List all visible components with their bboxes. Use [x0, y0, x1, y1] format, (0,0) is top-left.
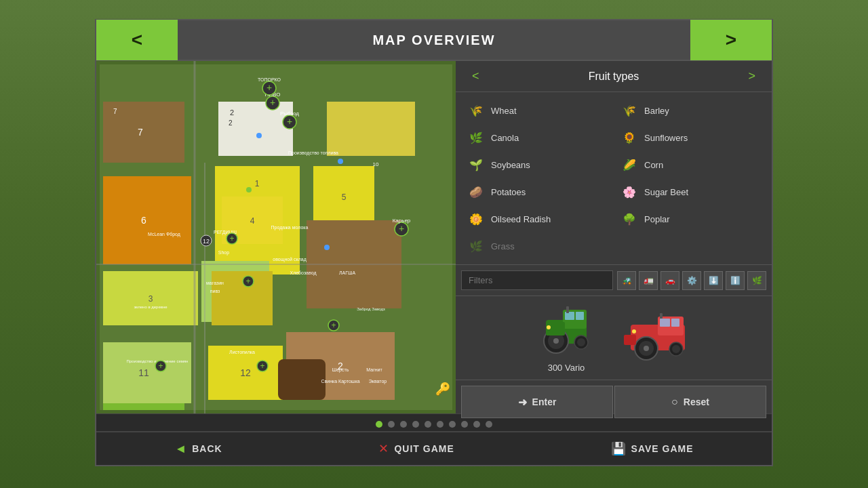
- enter-icon: ➜: [518, 396, 527, 409]
- svg-point-92: [577, 338, 585, 346]
- svg-rect-87: [576, 312, 584, 320]
- svg-text:4: 4: [250, 216, 255, 226]
- svg-text:10: 10: [373, 161, 379, 167]
- dot-7[interactable]: [449, 421, 456, 428]
- bottom-bar: ◄ BACK ✕ QUIT GAME 💾 SAVE GAME: [96, 431, 772, 465]
- fruit-types-title: Fruit types: [589, 70, 639, 83]
- svg-text:+: +: [158, 361, 163, 371]
- fruit-label-canola: Canola: [491, 133, 519, 143]
- svg-rect-7: [327, 102, 415, 156]
- fruit-next-button[interactable]: >: [743, 69, 761, 83]
- barley-icon: 🌾: [620, 101, 639, 120]
- svg-text:Shop: Shop: [218, 250, 229, 256]
- fruit-item-sugar-beet[interactable]: 🌸 Sugar Beet: [614, 179, 766, 205]
- fruit-item-wheat[interactable]: 🌾 Wheat: [461, 98, 613, 123]
- fruit-label-soybeans: Soybeans: [491, 160, 530, 170]
- svg-rect-29: [212, 271, 273, 325]
- fruit-item-grass[interactable]: 🌿 Grass: [461, 233, 613, 259]
- vehicle-section: 300 Vario: [456, 296, 772, 380]
- dot-8[interactable]: [461, 421, 468, 428]
- fruit-item-barley[interactable]: 🌾 Barley: [614, 98, 766, 123]
- svg-point-74: [324, 245, 330, 250]
- dot-6[interactable]: [437, 421, 443, 428]
- svg-text:McLean Фброд: McLean Фброд: [148, 232, 180, 237]
- page-title: MAP OVERVIEW: [178, 33, 690, 48]
- dot-1[interactable]: [376, 421, 382, 428]
- dot-2[interactable]: [388, 421, 395, 428]
- svg-point-75: [246, 187, 252, 192]
- back-button[interactable]: ◄ BACK: [161, 436, 235, 462]
- dot-10[interactable]: [486, 421, 492, 428]
- svg-text:Заброд Заводз: Заброд Заводз: [357, 307, 385, 311]
- svg-text:+: +: [267, 82, 272, 93]
- enter-button[interactable]: ➜ Enter: [461, 386, 613, 418]
- svg-text:2: 2: [230, 108, 234, 117]
- dot-9[interactable]: [473, 421, 480, 428]
- svg-point-95: [547, 325, 551, 329]
- svg-rect-106: [660, 313, 663, 319]
- fruit-item-soybeans[interactable]: 🌱 Soybeans: [461, 152, 613, 178]
- filters-section: 🚜 🚛 🚗 ⚙️ ⬇️ ℹ️ 🌿: [456, 264, 772, 296]
- svg-text:овощной склад: овощной склад: [273, 257, 307, 262]
- quit-icon: ✕: [378, 441, 389, 456]
- modal-header: < MAP OVERVIEW >: [96, 20, 772, 61]
- canola-icon: 🌿: [467, 128, 486, 147]
- filter-download-icon[interactable]: ⬇️: [704, 271, 723, 290]
- vehicle-name-1: 300 Vario: [548, 363, 585, 373]
- svg-text:зелено в деревне: зелено в деревне: [134, 305, 167, 309]
- quit-label: QUIT GAME: [394, 443, 454, 454]
- fruit-label-potatoes: Potatoes: [491, 187, 526, 197]
- next-button[interactable]: >: [690, 20, 772, 60]
- svg-text:5: 5: [342, 192, 347, 202]
- save-button[interactable]: 💾 SAVE GAME: [597, 436, 707, 462]
- svg-text:Шерсть: Шерсть: [332, 367, 349, 373]
- svg-text:+: +: [331, 321, 336, 330]
- filter-tractor-icon[interactable]: 🚜: [617, 271, 636, 290]
- fruit-item-canola[interactable]: 🌿 Canola: [461, 125, 613, 150]
- svg-text:+: +: [287, 116, 292, 127]
- dot-3[interactable]: [400, 421, 407, 428]
- quit-button[interactable]: ✕ QUIT GAME: [365, 436, 467, 462]
- dot-4[interactable]: [412, 421, 419, 428]
- filter-leaf-icon[interactable]: 🌿: [747, 271, 766, 290]
- filter-info-icon[interactable]: ℹ️: [726, 271, 745, 290]
- svg-point-104: [672, 345, 680, 353]
- map-section[interactable]: 7 2 6 1 1 5 4: [96, 61, 456, 413]
- soybeans-icon: 🌱: [467, 155, 486, 174]
- svg-text:1: 1: [255, 179, 260, 188]
- vehicle-image-2: [620, 311, 702, 365]
- svg-text:ТОПОРКО: ТОПОРКО: [258, 77, 281, 82]
- reset-icon: ○: [671, 396, 678, 408]
- fruit-label-poplar: Poplar: [644, 214, 670, 224]
- back-icon: ◄: [174, 442, 186, 456]
- svg-text:+: +: [399, 223, 404, 234]
- fruit-grid: 🌾 Wheat 🌾 Barley 🌿 Canola 🌻 Sunflowers: [456, 92, 772, 264]
- fruit-item-corn[interactable]: 🌽 Corn: [614, 152, 766, 178]
- vehicle-card-2: [620, 311, 702, 365]
- dot-5[interactable]: [425, 421, 431, 428]
- prev-button[interactable]: <: [96, 20, 178, 60]
- wheat-icon: 🌾: [467, 101, 486, 120]
- oilseed-radish-icon: 🌼: [467, 209, 486, 228]
- fruit-item-sunflowers[interactable]: 🌻 Sunflowers: [614, 125, 766, 150]
- svg-text:Рыбзод: Рыбзод: [280, 110, 299, 117]
- svg-text:+: +: [260, 361, 264, 371]
- filters-input[interactable]: [461, 270, 613, 290]
- svg-text:Листопилка: Листопилка: [229, 350, 255, 354]
- fruit-prev-button[interactable]: <: [467, 69, 485, 83]
- svg-rect-8: [103, 176, 191, 264]
- fruit-item-poplar[interactable]: 🌳 Poplar: [614, 206, 766, 232]
- filter-gear-icon[interactable]: ⚙️: [682, 271, 701, 290]
- svg-text:2: 2: [229, 119, 233, 127]
- back-label: BACK: [192, 443, 222, 454]
- svg-text:Экватор: Экватор: [369, 379, 387, 384]
- svg-text:магазин: магазин: [206, 281, 224, 285]
- fruit-item-oilseed-radish[interactable]: 🌼 Oilseed Radish: [461, 206, 613, 232]
- reset-button[interactable]: ○ Reset: [614, 386, 766, 418]
- fruit-label-sunflowers: Sunflowers: [644, 133, 688, 143]
- fruit-item-potatoes[interactable]: 🥔 Potatoes: [461, 179, 613, 205]
- svg-point-73: [338, 159, 343, 164]
- filter-icons-group: 🚜 🚛 🚗 ⚙️ ⬇️ ℹ️ 🌿: [617, 271, 766, 290]
- filter-truck-icon[interactable]: 🚛: [639, 271, 658, 290]
- filter-car-icon[interactable]: 🚗: [660, 271, 679, 290]
